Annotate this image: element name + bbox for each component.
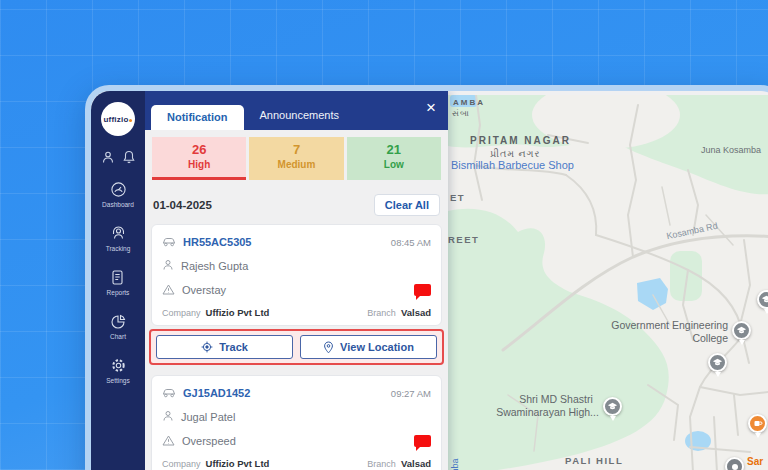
track-button[interactable]: Track: [156, 335, 293, 359]
clear-all-button[interactable]: Clear All: [374, 194, 440, 216]
sidebar-item-chart[interactable]: Chart: [110, 313, 127, 340]
close-icon[interactable]: ×: [426, 99, 436, 116]
red-flag-icon: [414, 435, 431, 447]
map-label-pritam-nagar: PRITAM NAGAR: [470, 135, 571, 146]
stat-medium-label: Medium: [249, 159, 343, 170]
stat-low-count: 21: [347, 142, 441, 157]
red-flag-icon: [414, 284, 431, 296]
map-label-juna-kosamba: Juna Kosamba: [701, 145, 761, 155]
sidebar-item-tracking[interactable]: Tracking: [106, 225, 131, 252]
map-canvas[interactable]: AMBA સંબા PRITAM NAGAR પ્રીતમ નગર Bismil…: [448, 95, 768, 470]
driver-name: Rajesh Gupta: [181, 260, 248, 272]
sidebar-item-dashboard[interactable]: Dashboard: [102, 181, 134, 208]
notification-card: GJ15AD1452 09:27 AM Jugal Patel: [151, 375, 442, 470]
sidebar-item-label: Settings: [106, 377, 130, 384]
report-doc-icon: [109, 269, 126, 286]
blueprint-background: AMBA સંબા PRITAM NAGAR પ્રીતમ નગર Bismil…: [0, 0, 768, 470]
map-label-kosamba-cut: AMBA: [453, 98, 485, 107]
sidebar: uffizio: [91, 91, 145, 470]
panel-header: Notification Announcements ×: [145, 91, 448, 130]
map-label-kosamba-gujarati: સંબા: [452, 108, 470, 119]
alert-type: Overspeed: [182, 435, 236, 447]
map-label-street-cut-2: REET: [448, 234, 479, 245]
view-location-button[interactable]: View Location: [300, 335, 437, 359]
sidebar-item-label: Reports: [107, 289, 130, 296]
view-location-button-label: View Location: [340, 341, 414, 353]
map-label-bismillah-barbecue-shop[interactable]: Bismillah Barbecue Shop: [451, 159, 574, 171]
logo-dot: [129, 119, 132, 122]
stat-high-label: High: [152, 159, 246, 170]
gauge-icon: [110, 181, 127, 198]
uffizio-logo[interactable]: uffizio: [101, 102, 135, 136]
map-label-street-cut-1: ET: [450, 192, 465, 203]
stat-high[interactable]: 26 High: [152, 137, 246, 180]
cafe-marker-icon[interactable]: [748, 414, 767, 433]
alert-triangle-icon: [162, 281, 175, 299]
bell-icon[interactable]: [122, 150, 136, 164]
users-icon[interactable]: [101, 150, 115, 164]
location-pin-icon: [110, 225, 127, 242]
car-icon: [162, 233, 176, 251]
branch-label: Branch: [367, 308, 396, 318]
branch-label: Branch: [367, 459, 396, 469]
company-label: Company: [162, 308, 201, 318]
pie-chart-icon: [110, 313, 127, 330]
sidebar-item-label: Dashboard: [102, 201, 134, 208]
school-marker-icon[interactable]: [603, 397, 622, 416]
sidebar-item-label: Tracking: [106, 245, 131, 252]
date-label: 01-04-2025: [153, 199, 212, 211]
poi-marker-icon[interactable]: [725, 457, 744, 470]
stat-medium-count: 7: [249, 142, 343, 157]
track-button-label: Track: [219, 341, 248, 353]
driver-icon: [162, 408, 174, 426]
sidebar-item-settings[interactable]: Settings: [106, 357, 130, 384]
stat-low[interactable]: 21 Low: [347, 137, 441, 180]
stat-low-label: Low: [347, 159, 441, 170]
app-window: AMBA સંબા PRITAM NAGAR પ્રીતમ નગર Bismil…: [85, 85, 768, 470]
sidebar-item-label: Chart: [110, 333, 126, 340]
sidebar-item-reports[interactable]: Reports: [107, 269, 130, 296]
alert-triangle-icon: [162, 432, 175, 450]
map-label-river-vertical: amba: [450, 458, 460, 470]
logo-text: uffizio: [104, 115, 129, 124]
notification-panel: Notification Announcements × 26 High 7 M…: [145, 91, 448, 470]
severity-stats: 26 High 7 Medium 21 Low: [152, 137, 441, 180]
driver-icon: [162, 257, 174, 275]
tab-notification[interactable]: Notification: [151, 105, 244, 130]
notification-card: HR55AC5305 08:45 AM Rajesh Gupta: [151, 224, 442, 326]
map-label-swaminarayan-high: Swaminarayan High...: [486, 406, 609, 419]
notification-time: 09:27 AM: [391, 388, 431, 399]
company-value: Uffizio Pvt Ltd: [206, 458, 270, 469]
driver-name: Jugal Patel: [181, 411, 235, 423]
notification-time: 08:45 AM: [391, 237, 431, 248]
branch-value: Valsad: [401, 458, 431, 469]
school-marker-icon[interactable]: [708, 353, 727, 372]
tutorial-highlight-box: Track View Location: [149, 329, 444, 365]
map-label-government-engineering-college: Government Engineering College: [606, 319, 728, 345]
school-marker-icon[interactable]: [732, 321, 751, 340]
stat-high-count: 26: [152, 142, 246, 157]
alert-type: Overstay: [182, 284, 226, 296]
tab-announcements[interactable]: Announcements: [256, 103, 344, 130]
stat-medium[interactable]: 7 Medium: [249, 137, 343, 180]
company-label: Company: [162, 459, 201, 469]
branch-value: Valsad: [401, 307, 431, 318]
map-label-pali-hill: PALI HILL: [565, 455, 623, 466]
gear-icon: [110, 357, 127, 374]
vehicle-number-link[interactable]: HR55AC5305: [183, 236, 251, 248]
map-label-sar-cut: Sar: [747, 456, 763, 467]
map-label-shri-md-shastri: Shri MD Shastri: [503, 393, 609, 406]
car-icon: [162, 384, 176, 402]
company-value: Uffizio Pvt Ltd: [206, 307, 270, 318]
vehicle-number-link[interactable]: GJ15AD1452: [183, 387, 250, 399]
